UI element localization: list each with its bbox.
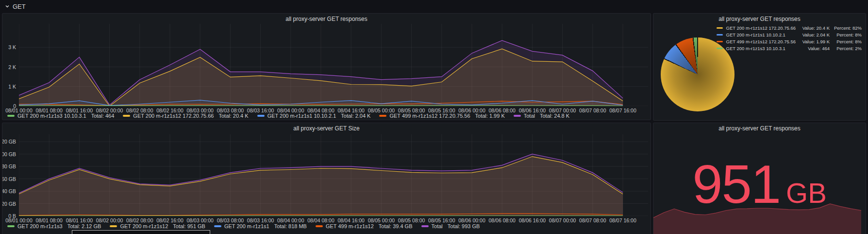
stat-sparkline [653,203,866,234]
chevron-down-icon [5,4,10,9]
y-axis-tick-label: 40 GB [2,188,16,194]
pie-legend-name: GET 200 m-r1z1s12 172.20.75.66 [726,25,796,31]
panel-get-size-timeseries: all proxy-server GET Size 0 B20 GB40 GB6… [2,123,651,234]
legend-item[interactable]: GET 200 m-r1z1s1Total: 818 MB [214,223,307,229]
y-axis-tick-label: 2 K [8,64,16,70]
legend-item[interactable]: GET 200 m-r1z1s12 172.20.75.66Total: 20.… [123,113,248,119]
x-axis-tick-label: 08/07 00:00 [549,217,576,223]
pie-legend-value: Value: 1.99 K [798,39,830,44]
x-axis-tick-label: 08/02 08:00 [126,217,153,223]
x-axis-tick-label: 08/07 16:00 [609,108,636,113]
pie-legend-percent: Percent: 2% [832,46,862,51]
legend-series-dash-icon [316,225,323,227]
legend-series-dash-icon [257,115,265,117]
timeseries-plot[interactable] [19,134,648,216]
y-axis-tick-label: 3 K [8,44,16,50]
legend-series-dash-icon [421,225,429,227]
pie-legend-percent: Percent: 82% [832,25,862,31]
legend-series-name: GET 200 m-r1z1s3 10.10.3.1 [17,113,86,119]
legend-series-dash-icon [123,115,130,117]
legend-series-name: GET 200 m-r1z1s1 10.10.2.1 [267,113,336,119]
x-axis-tick-label: 08/05 00:00 [368,217,395,223]
y-axis-tick-label: 20 GB [2,201,16,207]
panel-title[interactable]: all proxy-server GET responses [653,16,866,22]
panel-title[interactable]: all proxy-server GET responses [653,125,866,132]
pie-legend-name: GET 200 m-r1z1s1 10.10.2.1 [726,32,796,37]
legend-series-dash-icon [7,115,15,117]
legend-series-dash-icon [110,225,117,227]
pie-legend-value: Value: 20.4 K [798,25,830,31]
x-axis: 08/01 00:0008/01 08:0008/01 16:0008/02 0… [2,217,651,223]
x-axis-tick-label: 08/03 16:00 [247,217,274,223]
pie-legend-item[interactable]: GET 499 m-r1z1s12 172.20.75.56Value: 1.9… [717,38,862,45]
legend-series-total: Total: 2.04 K [341,113,370,119]
panel-get-responses-stat: all proxy-server GET responses 951 GB [653,123,866,234]
legend-item[interactable]: GET 499 m-r1z1s12Total: 39.4 GB [316,223,413,229]
legend-series-name: GET 499 m-r1z1s12 [326,223,374,229]
legend-series-dash-icon [214,225,221,227]
x-axis-tick-label: 08/01 00:00 [5,217,32,223]
legend-series-total: Total: 39.4 GB [379,223,413,229]
legend-series-total: Total: 993 GB [448,223,480,229]
x-axis-tick-label: 08/03 08:00 [217,217,244,223]
x-axis-tick-label: 08/07 08:00 [579,108,606,113]
pie-legend-percent: Percent: 8% [832,39,862,44]
pie-legend: GET 200 m-r1z1s12 172.20.75.66Value: 20.… [717,24,862,52]
legend-series-dash-icon [717,27,723,29]
legend-series-dash-icon [379,115,386,117]
x-axis-tick-label: 08/07 16:00 [609,217,636,223]
legend-series-total: Total: 1.99 K [475,113,505,119]
x-axis-tick-label: 08/04 16:00 [337,217,364,223]
pie-legend-item[interactable]: GET 200 m-r1z1s1 10.10.2.1Value: 2.04 KP… [717,31,862,38]
panel-get-responses-timeseries: all proxy-server GET responses 01 K2 K3 … [2,13,651,120]
pie-legend-percent: Percent: 8% [832,32,862,37]
legend-series-name: Total [524,113,535,119]
legend-series-name: GET 200 m-r1z1s1 [224,223,269,229]
timeseries-plot[interactable] [19,24,648,106]
legend-series-dash-icon [717,48,723,49]
pie-legend-item[interactable]: GET 200 m-r1z1s12 172.20.75.66Value: 20.… [717,24,862,31]
x-axis-tick-label: 08/04 08:00 [307,217,334,223]
y-axis-tick-label: 80 GB [2,163,16,169]
x-axis-tick-label: 08/01 16:00 [66,217,93,223]
grafana-dashboard: GET all proxy-server GET responses 01 K2… [0,0,868,234]
dashboard-row-get[interactable]: GET [0,0,868,13]
legend-series-name: Total [432,223,443,229]
x-axis-tick-label: 08/06 08:00 [488,217,515,223]
legend-series-total: Total: 818 MB [274,223,307,229]
pie-legend-value: Value: 464 [798,46,830,51]
y-axis-tick-label: 100 GB [2,151,16,157]
x-axis-tick-label: 08/03 00:00 [186,217,213,223]
legend-series-total: Total: 951 GB [173,223,205,229]
row-title: GET [13,3,26,10]
legend-series-name: GET 499 m-r1z1s12 172.20.75.56 [389,113,470,119]
panel-title[interactable]: all proxy-server GET Size [2,125,651,132]
legend-item[interactable]: TotalTotal: 993 GB [421,223,480,229]
legend-series-name: GET 200 m-r1z1s12 [120,223,168,229]
x-axis-tick-label: 08/07 08:00 [579,217,606,223]
legend-item[interactable]: TotalTotal: 24.8 K [514,113,569,119]
y-axis-tick-label: 120 GB [2,139,16,144]
x-axis-tick-label: 08/02 00:00 [96,217,123,223]
legend-item[interactable]: GET 200 m-r1z1s3Total: 2.12 GB [7,223,101,229]
legend-series-dash-icon [717,34,723,36]
pie-legend-value: Value: 2.04 K [798,32,830,37]
legend-item[interactable]: GET 200 m-r1z1s1 10.10.2.1Total: 2.04 K [257,113,371,119]
x-axis-tick-label: 08/02 16:00 [156,217,183,223]
x-axis-tick-label: 08/05 08:00 [398,217,425,223]
y-axis-tick-label: 1 K [8,84,16,90]
legend-item[interactable]: GET 200 m-r1z1s3 10.10.3.1Total: 464 [7,113,114,119]
pie-legend-name: GET 200 m-r1z1s3 10.10.3.1 [726,46,796,51]
x-axis-tick-label: 08/04 00:00 [277,217,304,223]
x-axis-tick-label: 08/05 16:00 [428,217,455,223]
panel-title[interactable]: all proxy-server GET responses [2,16,651,22]
legend-series-total: Total: 20.4 K [218,113,248,119]
legend-item[interactable]: GET 499 m-r1z1s12 172.20.75.56Total: 1.9… [379,113,504,119]
x-axis-tick-label: 08/06 00:00 [458,217,485,223]
pie-legend-item[interactable]: GET 200 m-r1z1s3 10.10.3.1Value: 464Perc… [717,45,862,52]
legend-item[interactable]: GET 200 m-r1z1s12Total: 951 GB [110,223,205,229]
panel-get-responses-pie: all proxy-server GET responses GET 200 m… [653,13,866,121]
legend: GET 200 m-r1z1s3 10.10.3.1Total: 464GET … [7,113,569,119]
legend-series-name: GET 200 m-r1z1s3 [17,223,63,229]
legend-series-total: Total: 464 [91,113,115,119]
